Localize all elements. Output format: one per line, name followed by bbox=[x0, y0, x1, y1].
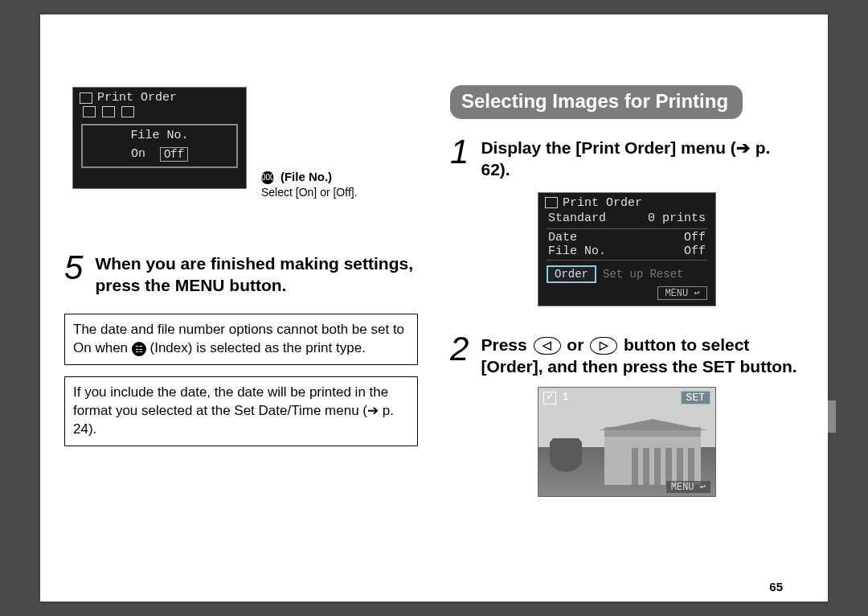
lcd1-on: On bbox=[131, 147, 145, 162]
step2-a: Press bbox=[481, 335, 531, 354]
step-2-text: Press ◁ or ▷ button to select [Order], a… bbox=[481, 329, 802, 378]
lcd-screenshot-print-order: Print Order Standard 0 prints Date Off F… bbox=[538, 192, 716, 306]
lcd1-title: Print Order bbox=[97, 91, 177, 105]
print-icon bbox=[545, 197, 558, 208]
photo-menu-tag: MENU ↩ bbox=[666, 481, 710, 493]
photo-tree bbox=[550, 438, 582, 487]
lcd2-setup: Set up bbox=[603, 268, 643, 281]
file-no-caption: 000 (File No.) Select [On] or [Off]. bbox=[261, 169, 418, 199]
caption-text: Select [On] or [Off]. bbox=[261, 186, 358, 199]
note-date: If you include the date, the date will b… bbox=[64, 376, 418, 446]
lcd1-off: Off bbox=[160, 147, 188, 162]
left-column: Print Order File No. On Off 000 (Fi bbox=[64, 87, 418, 497]
step-5-text: When you are finished making settings, p… bbox=[95, 248, 416, 297]
lcd1-row-label: File No. bbox=[88, 129, 231, 142]
section-title: Selecting Images for Printing bbox=[450, 85, 743, 119]
arrow-icon: ➔ bbox=[736, 138, 751, 157]
lcd-screenshot-image-select: ✓ 1 SET MENU ↩ bbox=[538, 387, 716, 497]
right-arrow-button-icon: ▷ bbox=[590, 337, 617, 355]
left-arrow-button-icon: ◁ bbox=[534, 337, 561, 355]
photo-set: SET bbox=[681, 391, 710, 405]
thumb-icon bbox=[83, 106, 96, 117]
step-5-number: 5 bbox=[64, 251, 92, 285]
index-icon-inline: ☷ bbox=[132, 342, 146, 356]
date-icon bbox=[102, 106, 115, 117]
page-number: 65 bbox=[769, 580, 783, 593]
photo-count: 1 bbox=[563, 391, 569, 403]
step1-a: Display the [Print Order] menu ( bbox=[481, 138, 735, 157]
photo-check-icon: ✓ bbox=[543, 392, 556, 405]
lcd2-order: Order bbox=[547, 265, 596, 283]
lcd-screenshot-file-no: Print Order File No. On Off bbox=[72, 87, 247, 189]
note-index: The date and file number options cannot … bbox=[64, 314, 418, 365]
photo-columns bbox=[632, 448, 694, 485]
caption-title: (File No.) bbox=[280, 170, 332, 183]
lcd2-r3b: Off bbox=[684, 244, 706, 258]
print-icon bbox=[80, 92, 92, 104]
manual-page: Print Order File No. On Off 000 (Fi bbox=[40, 14, 828, 602]
lcd2-r1a: Standard bbox=[548, 211, 606, 225]
side-tab bbox=[828, 400, 836, 433]
file-no-icon: 000 bbox=[261, 171, 274, 184]
lcd2-r3a: File No. bbox=[548, 244, 606, 258]
step-2-number: 2 bbox=[450, 332, 477, 366]
note2: If you include the date, the date will b… bbox=[73, 384, 394, 437]
lcd2-menu-tag: MENU ↩ bbox=[657, 286, 707, 300]
right-column: Selecting Images for Printing 1 Display … bbox=[450, 87, 804, 497]
step-1-number: 1 bbox=[450, 135, 477, 169]
index-icon bbox=[121, 106, 134, 117]
step2-mid: or bbox=[563, 335, 589, 354]
lcd2-title: Print Order bbox=[563, 196, 642, 210]
lcd2-r2a: Date bbox=[548, 231, 577, 244]
lcd2-r1b: 0 prints bbox=[648, 211, 706, 225]
note1-b: (Index) is selected as the print type. bbox=[150, 340, 366, 355]
lcd2-reset: Reset bbox=[649, 268, 683, 281]
step-1-text: Display the [Print Order] menu (➔ p. 62)… bbox=[481, 132, 802, 181]
lcd2-r2b: Off bbox=[684, 231, 706, 244]
